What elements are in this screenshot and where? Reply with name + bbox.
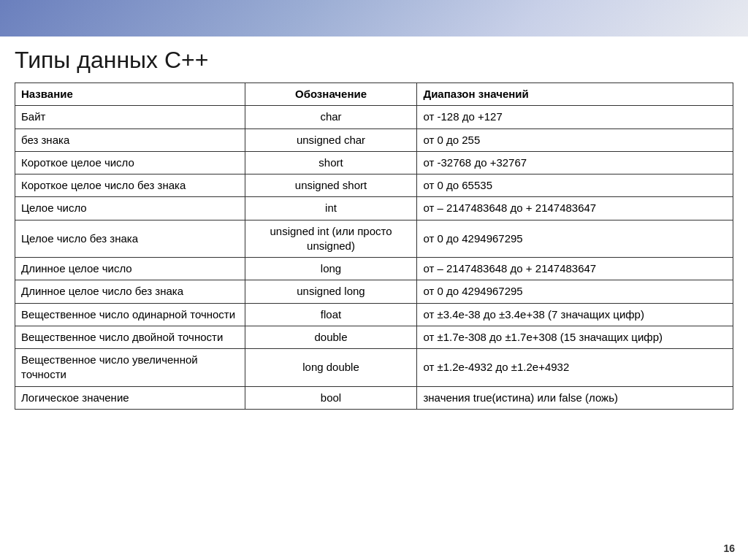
cell-name: без знака bbox=[15, 129, 245, 151]
table-row: Вещественное число одинарной точностиflo… bbox=[15, 303, 733, 326]
cell-range: от – 2147483648 до + 2147483647 bbox=[417, 258, 733, 280]
cell-notation: short bbox=[245, 151, 417, 174]
cell-notation: long bbox=[245, 258, 417, 280]
table-row: Короткое целое число без знакаunsigned s… bbox=[15, 174, 733, 197]
cell-notation: char bbox=[245, 106, 417, 129]
table-header-row: Название Обозначение Диапазон значений bbox=[15, 83, 733, 106]
page-title: Типы данных С++ bbox=[15, 47, 733, 74]
table-row: Целое числоintот – 2147483648 до + 21474… bbox=[15, 197, 733, 220]
cell-range: от ±1.7е-308 до ±1.7е+308 (15 значащих ц… bbox=[417, 326, 733, 348]
cell-name: Целое число без знака bbox=[15, 220, 245, 258]
cell-range: от – 2147483648 до + 2147483647 bbox=[417, 197, 733, 220]
cell-notation: unsigned char bbox=[245, 129, 417, 151]
page-number: 16 bbox=[723, 542, 735, 554]
cell-notation: double bbox=[245, 326, 417, 348]
table-row: Короткое целое числоshortот -32768 до +3… bbox=[15, 151, 733, 174]
table-row: Байтcharот -128 до +127 bbox=[15, 106, 733, 129]
cell-name: Байт bbox=[15, 106, 245, 129]
table-row: Целое число без знакаunsigned int (или п… bbox=[15, 220, 733, 258]
main-content: Типы данных С++ Название Обозначение Диа… bbox=[0, 37, 748, 417]
cell-range: от 0 до 255 bbox=[417, 129, 733, 151]
cell-range: от ±1.2е-4932 до ±1.2е+4932 bbox=[417, 349, 733, 387]
cell-name: Вещественное число увеличенной точности bbox=[15, 349, 245, 387]
cell-name: Длинное целое число без знака bbox=[15, 280, 245, 303]
table-row: без знакаunsigned charот 0 до 255 bbox=[15, 129, 733, 151]
table-row: Вещественное число двойной точностиdoubl… bbox=[15, 326, 733, 348]
data-types-table: Название Обозначение Диапазон значений Б… bbox=[15, 83, 733, 410]
cell-range: значения true(истина) или false (ложь) bbox=[417, 386, 733, 409]
cell-name: Длинное целое число bbox=[15, 258, 245, 280]
col-header-range: Диапазон значений bbox=[417, 83, 733, 106]
cell-notation: bool bbox=[245, 386, 417, 409]
col-header-notation: Обозначение bbox=[245, 83, 417, 106]
col-header-name: Название bbox=[15, 83, 245, 106]
table-row: Логическое значениеboolзначения true(ист… bbox=[15, 386, 733, 409]
cell-notation: float bbox=[245, 303, 417, 326]
cell-name: Логическое значение bbox=[15, 386, 245, 409]
cell-notation: int bbox=[245, 197, 417, 220]
cell-name: Короткое целое число bbox=[15, 151, 245, 174]
cell-range: от -128 до +127 bbox=[417, 106, 733, 129]
cell-notation: unsigned long bbox=[245, 280, 417, 303]
table-row: Вещественное число увеличенной точностиl… bbox=[15, 349, 733, 387]
cell-name: Целое число bbox=[15, 197, 245, 220]
cell-range: от 0 до 4294967295 bbox=[417, 220, 733, 258]
cell-range: от ±3.4е-38 до ±3.4е+38 (7 значащих цифр… bbox=[417, 303, 733, 326]
cell-name: Вещественное число одинарной точности bbox=[15, 303, 245, 326]
cell-range: от 0 до 65535 bbox=[417, 174, 733, 197]
cell-notation: unsigned int (или просто unsigned) bbox=[245, 220, 417, 258]
cell-name: Вещественное число двойной точности bbox=[15, 326, 245, 348]
cell-notation: unsigned short bbox=[245, 174, 417, 197]
header-bar bbox=[0, 0, 748, 37]
cell-notation: long double bbox=[245, 349, 417, 387]
table-row: Длинное целое числоlongот – 2147483648 д… bbox=[15, 258, 733, 280]
cell-range: от -32768 до +32767 bbox=[417, 151, 733, 174]
table-row: Длинное целое число без знакаunsigned lo… bbox=[15, 280, 733, 303]
cell-name: Короткое целое число без знака bbox=[15, 174, 245, 197]
cell-range: от 0 до 4294967295 bbox=[417, 280, 733, 303]
